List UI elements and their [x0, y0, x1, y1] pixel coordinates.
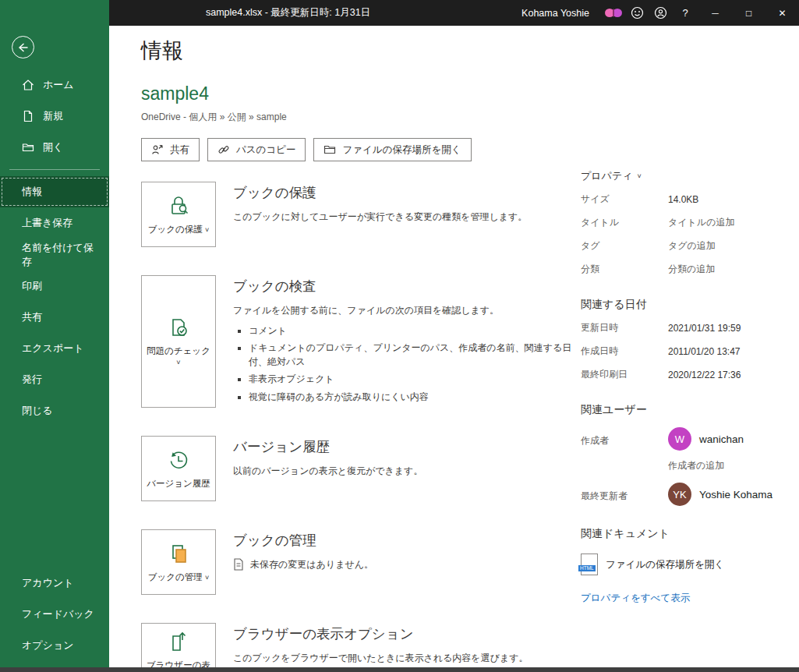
sidebar-item-print[interactable]: 印刷 [0, 271, 109, 302]
page-title: 情報 [141, 37, 581, 65]
section-manage-workbook: ブックの管理 ˅ ブックの管理 未保存の変更はありません。 [141, 529, 581, 595]
share-button-label: 共有 [170, 143, 189, 157]
open-file-location-label: ファイルの保存場所を開く [342, 143, 461, 157]
chevron-down-icon: ˅ [638, 172, 642, 180]
inspect-items-list: コメント ドキュメントのプロパティ、プリンターのパス、作成者の名前、関連する日付… [233, 324, 580, 404]
related-documents-heading: 関連ドキュメント [581, 527, 793, 541]
sidebar-item-label: ホーム [43, 78, 74, 92]
backstage-info-page: 情報 sample4 OneDrive - 個人用 » 公開 » sample … [109, 26, 581, 667]
folder-icon [323, 143, 336, 156]
chevron-down-icon: ˅ [176, 359, 180, 366]
open-file-location-link[interactable]: HTML ファイルの保存場所を開く [581, 554, 793, 575]
add-tag-link[interactable]: タグの追加 [668, 239, 716, 253]
property-row: タイトル タイトルの追加 [581, 215, 793, 230]
browser-view-options-button[interactable]: ブラウザーの表示オプション [141, 623, 216, 667]
sidebar-item-label: 新規 [43, 109, 63, 123]
signed-in-user[interactable]: Kohama Yoshie [521, 8, 589, 19]
section-inspect-workbook: 問題のチェック ˅ ブックの検査 ファイルを公開する前に、ファイルの次の項目を確… [141, 275, 581, 408]
breadcrumb: OneDrive - 個人用 » 公開 » sample [141, 111, 581, 124]
sidebar-item-options[interactable]: オプション [0, 630, 109, 661]
section-title: バージョン履歴 [233, 437, 580, 456]
minimize-button[interactable]: ─ [698, 0, 732, 26]
sidebar-item-label: フィードバック [22, 607, 94, 621]
sidebar-item-save-as[interactable]: 名前を付けて保存 [0, 239, 109, 271]
document-title: sample4 [141, 83, 581, 104]
account-icon[interactable] [649, 0, 672, 26]
sidebar-item-publish[interactable]: 発行 [0, 364, 109, 395]
feedback-smiley-icon[interactable] [625, 0, 649, 26]
sidebar-item-label: 名前を付けて保存 [22, 241, 100, 268]
date-row: 更新日時 2021/01/31 19:59 [581, 320, 793, 335]
new-document-icon [22, 110, 34, 122]
help-icon[interactable]: ? [672, 0, 698, 26]
profile-picture[interactable] [602, 0, 625, 26]
section-protect-workbook: ブックの保護 ˅ ブックの保護 このブックに対してユーザーが実行できる変更の種類… [141, 182, 581, 247]
sidebar-item-label: 上書き保存 [22, 216, 72, 230]
section-text: バージョン履歴 以前のバージョンの表示と復元ができます。 [233, 436, 580, 501]
sidebar-item-label: 閉じる [22, 404, 53, 418]
tile-label: 問題のチェック ˅ [145, 345, 212, 369]
section-title: ブックの保護 [233, 183, 580, 202]
author-avatar: W [668, 427, 691, 451]
section-title: ブックの管理 [233, 531, 580, 550]
maximize-button[interactable]: □ [732, 0, 765, 26]
section-title: ブックの検査 [233, 277, 580, 295]
window-bottom-edge [0, 667, 799, 672]
tile-label: ブックの保護 ˅ [148, 224, 210, 235]
list-item: コメント [249, 324, 580, 338]
share-button[interactable]: 共有 [141, 138, 200, 161]
sidebar-item-save[interactable]: 上書き保存 [0, 207, 109, 239]
properties-dropdown[interactable]: プロパティ ˅ [581, 169, 793, 183]
sidebar-item-close[interactable]: 閉じる [0, 395, 109, 426]
add-author-link[interactable]: 作成者の追加 [668, 459, 793, 472]
sidebar-spacer [0, 426, 109, 568]
sidebar-item-home[interactable]: ホーム [0, 69, 109, 101]
sidebar-item-label: エクスポート [22, 341, 84, 355]
close-button[interactable]: ✕ [765, 0, 799, 26]
related-dates-heading: 関連する日付 [581, 298, 793, 312]
home-icon [22, 79, 34, 91]
author-contact[interactable]: W wanichan [668, 427, 744, 451]
sidebar-nav: ホーム 新規 開く 情報 上書き保存 名前を付けて保存 印刷 共有 [0, 69, 109, 426]
titlebar-right: Kohama Yoshie ? ─ □ ✕ [521, 0, 799, 26]
show-all-properties-link[interactable]: プロパティをすべて表示 [581, 592, 793, 605]
back-arrow-icon [17, 42, 29, 53]
property-row: サイズ 14.0KB [581, 192, 793, 207]
section-description: このブックに対してユーザーが実行できる変更の種類を管理します。 [233, 210, 580, 224]
last-printed-date: 2020/12/22 17:36 [668, 370, 741, 380]
modified-date: 2021/01/31 19:59 [668, 323, 741, 334]
protect-workbook-button[interactable]: ブックの保護 ˅ [141, 182, 216, 247]
sidebar-item-feedback[interactable]: フィードバック [0, 599, 109, 630]
section-description: 以前のバージョンの表示と復元ができます。 [233, 464, 580, 478]
chevron-down-icon: ˅ [205, 574, 209, 582]
sidebar-item-share[interactable]: 共有 [0, 302, 109, 333]
open-file-location-button[interactable]: ファイルの保存場所を開く [313, 138, 471, 161]
sidebar-item-export[interactable]: エクスポート [0, 333, 109, 364]
tile-label: ブックの管理 ˅ [148, 571, 210, 583]
sidebar-item-new[interactable]: 新規 [0, 101, 109, 132]
copy-path-button[interactable]: パスのコピー [207, 138, 306, 161]
check-for-issues-button[interactable]: 問題のチェック ˅ [141, 275, 216, 408]
modifier-contact[interactable]: YK Yoshie Kohama [668, 483, 772, 506]
add-category-link[interactable]: 分類の追加 [668, 263, 715, 276]
sidebar-item-info[interactable]: 情報 [0, 176, 109, 207]
version-history-button[interactable]: バージョン履歴 [141, 436, 216, 501]
author-row: 作成者 W wanichan [581, 427, 793, 451]
sidebar-item-account[interactable]: アカウント [0, 568, 109, 599]
section-title: ブラウザーの表示オプション [233, 624, 580, 643]
modifier-avatar: YK [668, 483, 691, 506]
author-name: wanichan [699, 433, 744, 445]
version-history-icon [166, 447, 191, 472]
sidebar-item-open[interactable]: 開く [0, 132, 109, 163]
sidebar-item-label: 発行 [22, 373, 42, 387]
inspect-check-icon [166, 315, 191, 340]
browser-view-icon [166, 629, 191, 654]
sidebar-item-label: 情報 [22, 185, 42, 199]
tile-label: バージョン履歴 [147, 478, 210, 490]
sidebar-item-label: アカウント [22, 576, 74, 590]
back-button[interactable] [12, 36, 34, 58]
modifier-name: Yoshie Kohama [699, 489, 772, 500]
list-item: 非表示オブジェクト [249, 373, 580, 386]
manage-workbook-button[interactable]: ブックの管理 ˅ [141, 529, 216, 595]
add-title-link[interactable]: タイトルの追加 [668, 216, 734, 229]
